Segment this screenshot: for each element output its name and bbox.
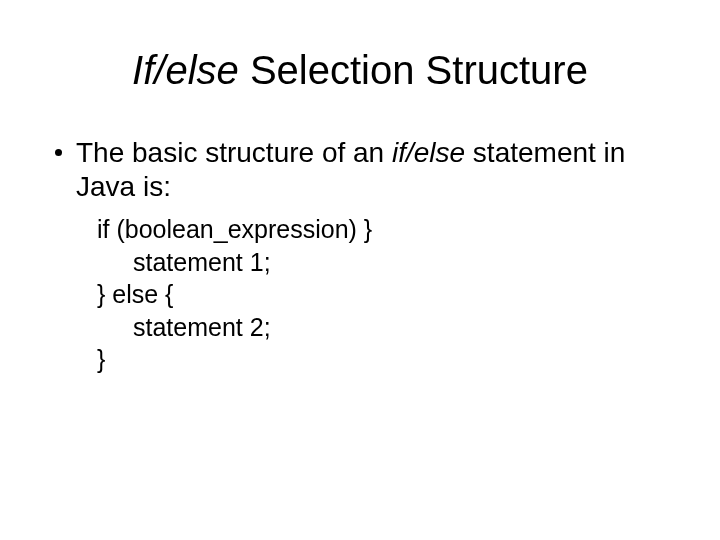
- bullet-text: The basic structure of an if/else statem…: [76, 136, 665, 203]
- bullet-italic: if/else: [392, 137, 465, 168]
- title-italic: If/else: [132, 48, 239, 92]
- slide-body: The basic structure of an if/else statem…: [55, 136, 665, 376]
- slide-title: If/else Selection Structure: [55, 48, 665, 92]
- code-line-1: if (boolean_expression) }: [97, 213, 665, 246]
- code-block: if (boolean_expression) } statement 1; }…: [97, 213, 665, 376]
- code-line-4: statement 2;: [97, 311, 665, 344]
- code-line-5: }: [97, 343, 665, 376]
- title-rest: Selection Structure: [239, 48, 588, 92]
- bullet-dot-icon: [55, 149, 62, 156]
- code-line-2: statement 1;: [97, 246, 665, 279]
- code-line-3: } else {: [97, 278, 665, 311]
- slide: If/else Selection Structure The basic st…: [0, 0, 720, 540]
- bullet-item: The basic structure of an if/else statem…: [55, 136, 665, 203]
- bullet-part1: The basic structure of an: [76, 137, 392, 168]
